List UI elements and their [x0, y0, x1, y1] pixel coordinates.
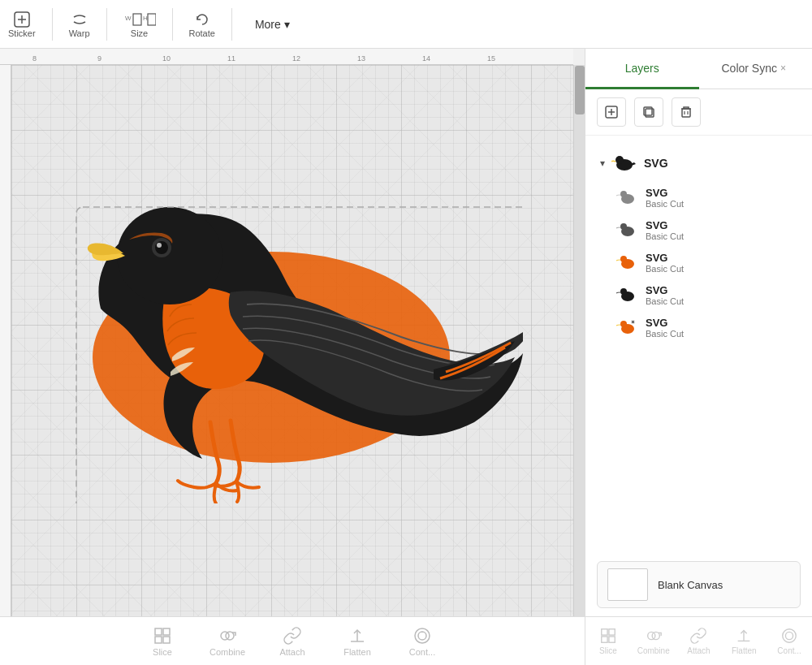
tab-layers[interactable]: Layers [585, 49, 699, 89]
attach-button[interactable]: Attach [272, 626, 313, 657]
svg-point-8 [117, 207, 222, 304]
flatten-icon [348, 626, 367, 646]
panel-tabs: Layers Color Sync × [585, 49, 812, 89]
contour-button[interactable]: Cont... [402, 626, 443, 657]
canvas-grid[interactable] [11, 65, 573, 616]
size-tool[interactable]: W H Size [123, 11, 156, 38]
svg-rect-4 [133, 14, 141, 25]
panel-combine-icon [645, 627, 663, 645]
list-item[interactable]: SVG Basic Cut [613, 279, 801, 311]
list-item[interactable]: SVG Basic Cut [613, 181, 801, 214]
panel-contour-icon [780, 627, 798, 645]
scrollbar-thumb[interactable] [575, 66, 585, 114]
rotate-tool[interactable]: Rotate [189, 11, 215, 38]
color-sync-close[interactable]: × [777, 63, 789, 74]
more-button[interactable]: More ▾ [248, 15, 296, 34]
list-item[interactable]: SVG Basic Cut [613, 246, 801, 279]
right-panel: Layers Color Sync × [585, 49, 812, 665]
layer-parent-thumb [611, 150, 637, 176]
layer-thumb-1 [616, 186, 639, 209]
svg-point-33 [620, 223, 627, 230]
layers-list: ▾ SVG [585, 136, 812, 553]
warp-icon [71, 11, 89, 28]
list-item[interactable]: SVG Basic Cut [613, 214, 801, 246]
panel-bottom-toolbar: Slice Combine Attach [585, 616, 812, 665]
layer-group-svg: ▾ SVG [585, 142, 812, 347]
svg-point-37 [620, 288, 627, 295]
layer-thumb-5 [616, 316, 639, 339]
slice-button[interactable]: Slice [142, 626, 183, 657]
svg-rect-42 [602, 629, 607, 635]
main-area: 8 9 10 11 12 13 14 15 [0, 49, 812, 665]
duplicate-icon [641, 105, 656, 119]
panel-flatten-button[interactable]: Flatten [726, 627, 762, 655]
svg-rect-15 [155, 637, 162, 643]
layer-thumb-3 [616, 251, 639, 274]
ruler-horizontal: 8 9 10 11 12 13 14 15 [0, 49, 573, 65]
layer-children: SVG Basic Cut SVG Basic Cut [597, 181, 801, 343]
blank-canvas-thumb [607, 568, 648, 601]
add-layer-icon [604, 105, 619, 119]
panel-flatten-icon [735, 627, 753, 645]
svg-rect-13 [155, 628, 162, 635]
svg-rect-14 [163, 628, 170, 635]
panel-contour-button[interactable]: Cont... [771, 627, 808, 655]
layer-chevron[interactable]: ▾ [600, 158, 605, 169]
tab-color-sync[interactable]: Color Sync × [699, 49, 813, 89]
bottom-toolbar: Slice Combine Attach [0, 616, 585, 665]
svg-point-31 [620, 191, 627, 197]
sep1 [52, 8, 53, 41]
sticker-tool[interactable]: Sticker [8, 11, 36, 38]
panel-actions [585, 89, 812, 136]
svg-point-10 [155, 241, 168, 254]
svg-rect-44 [602, 637, 607, 642]
size-icon: W H [123, 11, 156, 28]
layer-thumb-2 [616, 218, 639, 241]
svg-text:W: W [125, 15, 132, 22]
list-item[interactable]: SVG Basic Cut [613, 311, 801, 343]
svg-rect-45 [609, 637, 615, 642]
canvas-area[interactable]: 8 9 10 11 12 13 14 15 [0, 49, 585, 665]
add-layer-button[interactable] [597, 97, 626, 127]
svg-rect-16 [163, 637, 170, 643]
combine-button[interactable]: Combine [207, 626, 248, 657]
svg-rect-6 [148, 14, 156, 25]
svg-point-29 [615, 156, 624, 164]
sticker-icon [13, 11, 31, 28]
combine-icon [218, 626, 237, 646]
bird-image[interactable] [36, 130, 523, 503]
rotate-icon [193, 11, 211, 28]
contour-icon [412, 626, 432, 646]
ruler-vertical [0, 65, 11, 616]
vertical-scrollbar[interactable] [573, 65, 585, 616]
slice-icon [153, 626, 172, 646]
panel-slice-button[interactable]: Slice [590, 627, 626, 655]
delete-layer-button[interactable] [672, 97, 701, 127]
layer-parent-item[interactable]: ▾ SVG [597, 145, 801, 181]
sep2 [106, 8, 107, 41]
sep3 [172, 8, 173, 41]
panel-attach-icon [689, 627, 707, 645]
attach-icon [283, 626, 302, 646]
svg-point-39 [620, 321, 627, 327]
svg-point-35 [620, 256, 627, 262]
panel-combine-button[interactable]: Combine [635, 627, 672, 655]
svg-point-11 [157, 243, 162, 248]
panel-slice-icon [599, 627, 617, 645]
toolbar: Sticker Warp W H Size [0, 0, 812, 49]
svg-rect-25 [682, 109, 690, 117]
delete-icon [679, 105, 693, 119]
flatten-button[interactable]: Flatten [337, 626, 378, 657]
blank-canvas-item[interactable]: Blank Canvas [597, 561, 801, 608]
sep4 [231, 8, 232, 41]
layer-thumb-4 [616, 283, 639, 306]
panel-attach-button[interactable]: Attach [680, 627, 717, 655]
duplicate-layer-button[interactable] [634, 97, 663, 127]
svg-text:H: H [143, 15, 148, 22]
svg-rect-43 [609, 629, 615, 635]
warp-tool[interactable]: Warp [69, 11, 90, 38]
